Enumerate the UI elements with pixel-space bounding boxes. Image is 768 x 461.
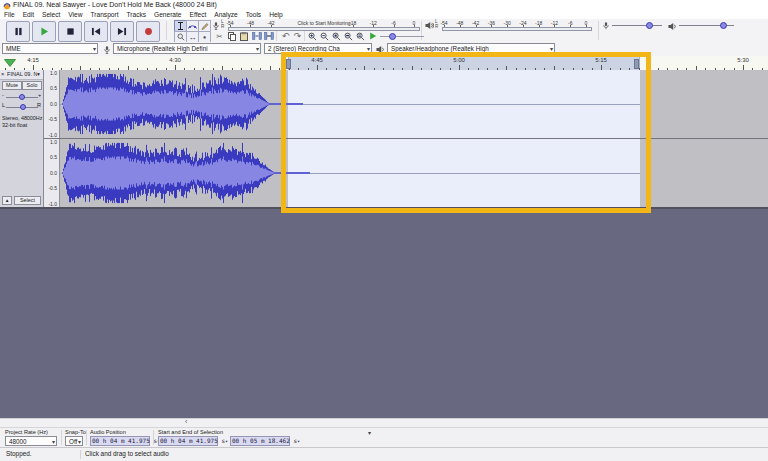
record-button[interactable] bbox=[136, 21, 160, 42]
waveform-channel-left[interactable] bbox=[60, 70, 768, 138]
recording-channels-value: 2 (Stereo) Recording Cha bbox=[268, 45, 340, 52]
menu-item-file[interactable]: File bbox=[0, 11, 19, 18]
recording-device-select[interactable]: Microphone (Realtek High Defini▾ bbox=[113, 43, 261, 54]
chevron-down-icon[interactable]: ▾ bbox=[368, 429, 371, 436]
chevron-down-icon: ▾ bbox=[225, 438, 228, 444]
close-icon[interactable]: × bbox=[1, 70, 4, 79]
amplitude-scale-label: 0.5 bbox=[50, 154, 57, 160]
collapse-track-button[interactable]: ▴ bbox=[2, 196, 12, 205]
audio-position-field[interactable]: 00 h 04 m 41.975 s▾ bbox=[90, 436, 150, 446]
audio-track[interactable]: 1.00.50.0-0.5-1.0 1.00.50.0-0.5-1.0 × FI… bbox=[0, 70, 768, 207]
selection-start-field[interactable]: 00 h 04 m 41.975 s▾ bbox=[158, 436, 218, 446]
playback-volume-slider[interactable] bbox=[679, 20, 734, 31]
audio-host-select[interactable]: MME▾ bbox=[2, 43, 98, 54]
skip-to-end-button[interactable] bbox=[110, 21, 134, 42]
toolbar-separator bbox=[276, 31, 277, 41]
silence-audio-button[interactable] bbox=[263, 31, 274, 41]
recording-volume-slider[interactable] bbox=[612, 20, 662, 31]
play-speed-thumb[interactable] bbox=[389, 33, 396, 40]
zoom-toggle-button[interactable] bbox=[355, 31, 366, 41]
mute-button[interactable]: Mute bbox=[2, 81, 22, 90]
timeline-ruler[interactable]: 4:154:304:455:005:155:30 bbox=[0, 56, 768, 71]
fit-selection-button[interactable] bbox=[331, 31, 342, 41]
playback-meter[interactable]: L R -54-48-42-36-30-24-18-12-60 bbox=[425, 20, 595, 31]
chevron-down-icon[interactable]: ▾ bbox=[37, 70, 40, 79]
amplitude-scale-label: -0.5 bbox=[48, 185, 57, 191]
zoom-in-button[interactable] bbox=[307, 31, 318, 41]
playback-meter-scale: -54-48-42-36-30-24-18-12-60 bbox=[442, 20, 592, 27]
gain-max-label: + bbox=[38, 92, 41, 98]
pan-left-label: L bbox=[2, 102, 5, 108]
zoom-out-icon bbox=[320, 32, 329, 41]
stop-icon bbox=[66, 27, 75, 36]
amplitude-scale-label: 1.0 bbox=[50, 70, 57, 76]
gain-slider[interactable] bbox=[6, 93, 38, 101]
scroll-left-arrow-icon[interactable]: ‹ bbox=[185, 418, 187, 425]
multi-tool-icon: * bbox=[203, 35, 206, 42]
paste-button[interactable] bbox=[238, 31, 249, 41]
skip-to-start-button[interactable] bbox=[84, 21, 108, 42]
recording-channels-select[interactable]: 2 (Stereo) Recording Cha▾ bbox=[264, 43, 372, 54]
speaker-icon bbox=[376, 45, 385, 54]
fit-project-button[interactable] bbox=[343, 31, 354, 41]
amplitude-scale-label: -0.5 bbox=[48, 116, 57, 122]
pan-slider[interactable] bbox=[6, 103, 38, 111]
selection-end-value: 00 h 05 m 18.462 s bbox=[232, 437, 297, 444]
menu-item-effect[interactable]: Effect bbox=[186, 11, 211, 18]
chevron-down-icon: ▾ bbox=[550, 44, 553, 54]
menu-item-transport[interactable]: Transport bbox=[87, 11, 123, 18]
monitoring-hint[interactable]: Click to Start Monitoring bbox=[297, 20, 350, 26]
record-icon bbox=[144, 27, 153, 36]
snap-to-select[interactable]: Off▾ bbox=[65, 436, 83, 446]
menu-item-select[interactable]: Select bbox=[38, 11, 64, 18]
track-title[interactable]: FINAL 09. Ne bbox=[7, 70, 37, 79]
chevron-down-icon: ▾ bbox=[93, 44, 96, 54]
recording-meter[interactable]: L R -54-48-42-18-12-60 Click to Start Mo… bbox=[212, 20, 420, 31]
track-header: × FINAL 09. Ne ▾ bbox=[0, 70, 43, 80]
horizontal-scrollbar[interactable]: ‹ bbox=[0, 418, 768, 427]
microphone-icon bbox=[212, 21, 220, 31]
copy-button[interactable] bbox=[226, 31, 237, 41]
project-rate-select[interactable]: 48000▾ bbox=[5, 436, 57, 446]
trim-audio-button[interactable] bbox=[251, 31, 262, 41]
waveform-channel-right[interactable] bbox=[60, 139, 768, 207]
redo-button[interactable]: ↷ bbox=[292, 31, 303, 41]
pause-button[interactable] bbox=[6, 21, 30, 42]
selection-end-field[interactable]: 00 h 05 m 18.462 s▾ bbox=[230, 436, 290, 446]
menu-item-help[interactable]: Help bbox=[265, 11, 287, 18]
play-at-speed-button[interactable] bbox=[367, 31, 378, 41]
recording-volume-thumb[interactable] bbox=[646, 22, 653, 29]
zoom-out-button[interactable] bbox=[319, 31, 330, 41]
title-bar: FINAL 09. Neal Sawyer - Love Don't Hold … bbox=[0, 0, 768, 10]
track-control-panel: × FINAL 09. Ne ▾ Mute Solo - + L R Stere… bbox=[0, 70, 44, 207]
play-button[interactable] bbox=[32, 21, 56, 42]
playback-volume-thumb[interactable] bbox=[720, 22, 727, 29]
window-title: FINAL 09. Neal Sawyer - Love Don't Hold … bbox=[13, 0, 217, 10]
menu-item-edit[interactable]: Edit bbox=[19, 11, 38, 18]
solo-button[interactable]: Solo bbox=[22, 81, 42, 90]
cut-button[interactable]: ✂ bbox=[214, 31, 225, 41]
paste-icon bbox=[240, 32, 248, 41]
gain-thumb[interactable] bbox=[19, 94, 25, 100]
pencil-icon bbox=[201, 22, 209, 30]
menu-item-analyze[interactable]: Analyze bbox=[210, 11, 241, 18]
menu-item-generate[interactable]: Generate bbox=[150, 11, 186, 18]
menu-item-view[interactable]: View bbox=[64, 11, 86, 18]
silence-icon bbox=[264, 32, 274, 40]
toolbar-separator bbox=[304, 31, 305, 41]
playback-device-select[interactable]: Speaker/Headphone (Realtek High▾ bbox=[387, 43, 555, 54]
pinned-playhead-icon[interactable] bbox=[4, 59, 16, 67]
pan-thumb[interactable] bbox=[20, 104, 26, 110]
menu-item-tools[interactable]: Tools bbox=[242, 11, 265, 18]
timeline-label: 4:30 bbox=[169, 57, 181, 63]
track-select-button[interactable]: Select bbox=[14, 196, 41, 205]
timeline-label: 5:15 bbox=[595, 57, 607, 63]
transport-state: Stopped. bbox=[6, 450, 32, 457]
stop-button[interactable] bbox=[58, 21, 82, 42]
track-format-line2: 32-bit float bbox=[2, 122, 27, 128]
selection-range-mode-select[interactable]: Start and End of Selection bbox=[158, 429, 223, 435]
play-speed-slider[interactable] bbox=[380, 31, 424, 41]
menu-item-tracks[interactable]: Tracks bbox=[123, 11, 151, 18]
undo-button[interactable]: ↶ bbox=[280, 31, 291, 41]
device-toolbar: MME▾ Microphone (Realtek High Defini▾ 2 … bbox=[0, 42, 768, 57]
